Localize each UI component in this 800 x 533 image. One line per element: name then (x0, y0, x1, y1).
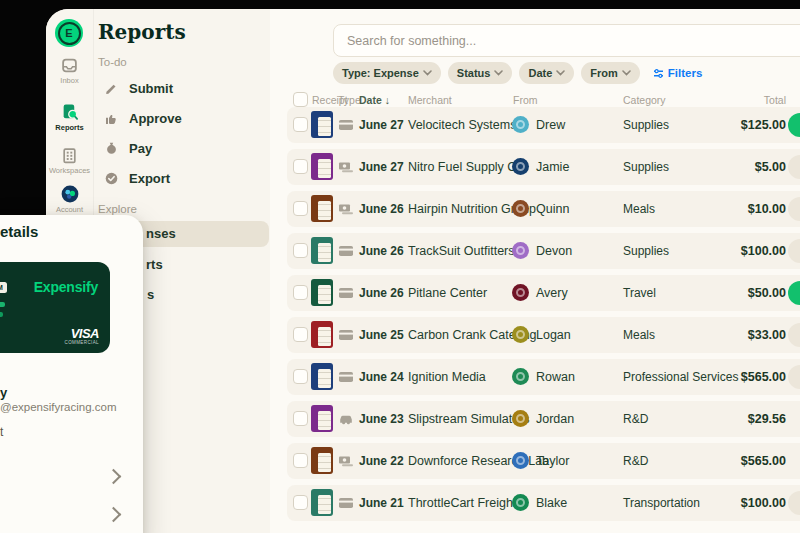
filters-button[interactable]: Filters (653, 67, 703, 79)
expense-total: $565.00 (741, 370, 786, 384)
expense-category: Supplies (623, 244, 669, 258)
expense-row[interactable]: June 24 Ignition Media Rowan Professiona… (287, 359, 800, 395)
expense-row[interactable]: June 25 Carbon Crank Catering Logan Meal… (287, 317, 800, 353)
chevron-right-icon[interactable] (106, 507, 122, 523)
money-bag-icon (104, 141, 119, 156)
filter-pill-status[interactable]: Status (448, 62, 513, 84)
expense-merchant: Ignition Media (408, 370, 486, 384)
filter-bar: Type: Expense Status Date From (333, 62, 702, 84)
expense-from: Rowan (536, 370, 575, 384)
expense-from: Jamie (536, 160, 569, 174)
expense-total: $10.00 (748, 202, 786, 216)
row-action-button[interactable] (788, 323, 800, 347)
row-action-button[interactable] (788, 197, 800, 221)
expensify-logo[interactable]: E (55, 19, 83, 47)
expense-category: Travel (623, 286, 656, 300)
expense-category: R&D (623, 412, 648, 426)
row-checkbox[interactable] (293, 411, 308, 426)
col-header-category: Category (623, 94, 666, 106)
expense-row[interactable]: June 21 ThrottleCart Freight Blake Trans… (287, 485, 800, 521)
row-action-button[interactable] (788, 239, 800, 263)
expense-category: Meals (623, 202, 655, 216)
rail-label: Reports (46, 123, 93, 132)
row-checkbox[interactable] (293, 453, 308, 468)
table-header: Receipt Type Date ↓ Merchant From Catego… (270, 92, 800, 108)
expense-row[interactable]: June 23 Slipstream Simulators Jordan R&D… (287, 401, 800, 437)
expense-date: June 26 (359, 286, 404, 300)
expense-row[interactable]: June 27 Nitro Fuel Supply Co. Jamie Supp… (287, 149, 800, 185)
expense-total: $100.00 (741, 496, 786, 510)
sidebar-item-export[interactable]: Export (94, 168, 271, 188)
expense-row[interactable]: June 27 Velocitech Systems Drew Supplies… (287, 107, 800, 143)
chevron-down-icon (622, 70, 631, 76)
sidebar-item-expenses[interactable]: nses (146, 221, 176, 247)
row-checkbox[interactable] (293, 369, 308, 384)
expense-total: $29.56 (748, 412, 786, 426)
rail-item-reports[interactable]: Reports (46, 103, 93, 132)
expense-merchant: TrackSuit Outfitters (408, 244, 515, 258)
expense-total: $125.00 (741, 118, 786, 132)
row-action-button[interactable] (788, 281, 800, 305)
receipt-thumbnail (311, 405, 333, 432)
col-header-date-sort[interactable]: Date ↓ (359, 94, 390, 106)
cash-icon (338, 453, 354, 469)
pencil-icon (104, 81, 119, 96)
expensify-card-image: M Expensify VISA Commercial (0, 262, 110, 353)
sidebar-item-reports[interactable]: rts (146, 255, 163, 275)
expense-from: Drew (536, 118, 565, 132)
sidebar-item-approve[interactable]: Approve (94, 108, 271, 128)
card-brand-wordmark: Expensify (34, 279, 98, 295)
filter-pill-type[interactable]: Type: Expense (333, 62, 441, 84)
receipt-thumbnail (311, 153, 333, 180)
expense-row[interactable]: June 22 Downforce Research Lab Taylor R&… (287, 443, 800, 479)
expense-date: June 24 (359, 370, 404, 384)
expense-row[interactable]: June 26 Hairpin Nutrition Group Quinn Me… (287, 191, 800, 227)
receipt-thumbnail (311, 237, 333, 264)
receipt-thumbnail (311, 363, 333, 390)
row-checkbox[interactable] (293, 201, 308, 216)
expense-category: Professional Services (623, 370, 738, 384)
card-icon (338, 369, 354, 385)
card-icon (338, 117, 354, 133)
row-checkbox[interactable] (293, 159, 308, 174)
row-action-button[interactable] (788, 113, 800, 137)
building-icon (61, 147, 78, 164)
rail-item-inbox[interactable]: Inbox (46, 57, 93, 85)
from-avatar (512, 326, 529, 343)
expense-from: Taylor (536, 454, 569, 468)
filter-pill-from[interactable]: From (581, 62, 640, 84)
receipt-thumbnail (311, 447, 333, 474)
sidebar-item-pay[interactable]: Pay (94, 138, 271, 158)
visa-logo: VISA Commercial (64, 328, 99, 345)
section-label-todo: To-do (98, 56, 127, 68)
row-checkbox[interactable] (293, 243, 308, 258)
row-action-button[interactable] (788, 491, 800, 515)
col-header-type: Type (338, 94, 361, 106)
row-checkbox[interactable] (293, 327, 308, 342)
row-checkbox[interactable] (293, 117, 308, 132)
card-icon (338, 285, 354, 301)
search-input[interactable] (333, 24, 800, 57)
rail-item-account[interactable]: Account (46, 185, 93, 214)
expense-merchant: Pitlane Center (408, 286, 487, 300)
filter-pill-date[interactable]: Date (519, 62, 574, 84)
expense-row[interactable]: June 26 Pitlane Center Avery Travel $50.… (287, 275, 800, 311)
rail-item-workspaces[interactable]: Workspaces (46, 147, 93, 175)
expense-total: $5.00 (755, 160, 786, 174)
expense-date: June 26 (359, 244, 404, 258)
sidebar-item-explore-third[interactable]: s (147, 285, 154, 305)
row-action-button[interactable] (788, 365, 800, 389)
chevron-right-icon[interactable] (106, 469, 122, 485)
expense-from: Devon (536, 244, 572, 258)
avatar-icon (61, 185, 79, 203)
select-all-checkbox[interactable] (293, 92, 308, 107)
row-checkbox[interactable] (293, 495, 308, 510)
from-avatar (512, 116, 529, 133)
expense-total: $50.00 (748, 286, 786, 300)
expense-row[interactable]: June 26 TrackSuit Outfitters Devon Suppl… (287, 233, 800, 269)
row-action-button[interactable] (788, 155, 800, 179)
sidebar-item-submit[interactable]: Submit (94, 78, 271, 98)
expense-category: Supplies (623, 118, 669, 132)
expense-category: Transportation (623, 496, 700, 510)
row-checkbox[interactable] (293, 285, 308, 300)
